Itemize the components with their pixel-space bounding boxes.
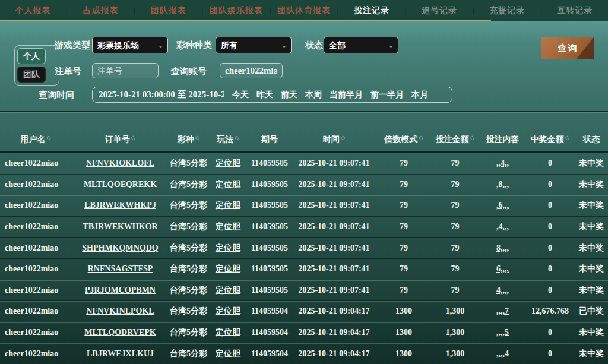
play-link[interactable]: 定位胆 xyxy=(216,243,240,252)
nav-tab-9[interactable]: 互转记录 xyxy=(542,5,608,16)
content-link[interactable]: ,8,,, xyxy=(496,180,509,189)
nav-tab-6[interactable]: 投注记录 xyxy=(339,5,405,16)
play-link[interactable]: 定位胆 xyxy=(216,159,240,167)
query-account-input[interactable] xyxy=(220,63,283,78)
quick-range-links: 今天昨天前天本周当前半月前一半月本月 xyxy=(232,90,428,100)
quick-range-link[interactable]: 当前半月 xyxy=(330,90,363,100)
cell-lottery: 台湾5分彩 xyxy=(169,285,208,296)
cell-win: 0 xyxy=(525,180,575,189)
quick-range-link[interactable]: 本周 xyxy=(305,90,322,100)
content-link[interactable]: ,,,,5 xyxy=(496,328,509,337)
cell-content: 6,,,, xyxy=(480,264,525,274)
play-link[interactable]: 定位胆 xyxy=(216,286,240,295)
column-label: 中奖金额 xyxy=(531,134,564,144)
content-link[interactable]: 6,,,, xyxy=(496,264,509,273)
quick-range-link[interactable]: 本月 xyxy=(411,90,428,100)
cell-lottery: 台湾5分彩 xyxy=(169,327,208,338)
play-link[interactable]: 定位胆 xyxy=(216,180,240,189)
nav-tab-4[interactable]: 团队娱乐报表 xyxy=(203,5,269,16)
order-link[interactable]: MLTLQODRVEPK xyxy=(84,328,156,337)
cell-multiple: 1300 xyxy=(377,306,430,316)
order-link[interactable]: RNFNSAGSTFSP xyxy=(88,264,153,273)
table-row: cheer1022miaoSHPHMKQMNQDQ台湾5分彩定位胆1140595… xyxy=(0,237,608,258)
column-header-multiple[interactable]: 倍数模式◇ xyxy=(377,134,430,145)
column-header-time[interactable]: 时间◇ xyxy=(291,134,377,145)
content-link[interactable]: ,,,,7 xyxy=(496,306,509,315)
play-link[interactable]: 定位胆 xyxy=(216,201,240,210)
play-link[interactable]: 定位胆 xyxy=(216,328,240,337)
order-link[interactable]: PJRJOMCOPBMN xyxy=(85,286,156,295)
nav-tab-2[interactable]: 占成报表 xyxy=(68,5,134,16)
column-header-win[interactable]: 中奖金额◇ xyxy=(525,134,575,145)
order-no-label: 注单号 xyxy=(55,66,81,77)
content-link[interactable]: ,,4,, xyxy=(496,159,509,167)
lottery-category-select[interactable]: 所有 xyxy=(216,37,292,53)
cell-multiple: 79 xyxy=(377,264,430,274)
table-row: cheer1022miaoMLTLQOEQREKK台湾5分彩定位胆1140595… xyxy=(0,174,608,195)
cell-multiple: 79 xyxy=(377,159,430,168)
order-link[interactable]: LBJRWEJXLKUJ xyxy=(87,349,154,358)
cell-order: SHPHMKQMNQDQ xyxy=(71,243,169,253)
play-link[interactable]: 定位胆 xyxy=(216,349,240,358)
nav-tab-7[interactable]: 追号记录 xyxy=(407,5,473,16)
nav-tab-5[interactable]: 团队体育报表 xyxy=(271,5,337,16)
quick-range-link[interactable]: 今天 xyxy=(232,90,249,100)
game-type-select[interactable]: 彩票娱乐场 xyxy=(92,37,168,53)
cell-time: 2025-10-21 09:07:41 xyxy=(291,159,377,168)
column-header-amount[interactable]: 投注金额◇ xyxy=(430,134,480,145)
cell-status: 未中奖 xyxy=(575,264,608,274)
order-link[interactable]: SHPHMKQMNQDQ xyxy=(82,243,158,252)
order-link[interactable]: NFNVKIOKLOFL xyxy=(86,159,154,167)
scope-team-button[interactable]: 团队 xyxy=(17,67,46,83)
cell-win: 0 xyxy=(525,349,575,359)
game-type-select-wrap: 彩票娱乐场 ⌄ xyxy=(92,37,168,53)
order-link[interactable]: LBJRWEKWHKPJ xyxy=(84,201,156,210)
cell-lottery: 台湾5分彩 xyxy=(169,221,208,232)
order-link[interactable]: MLTLQOEQREKK xyxy=(84,180,157,189)
content-link[interactable]: 8,,,, xyxy=(496,243,509,252)
time-range-box: 2025-10-21 03:00:00 至 2025-10-22 03:00:0… xyxy=(92,87,452,103)
sort-icon: ◇ xyxy=(131,134,136,141)
content-link[interactable]: 4,,,, xyxy=(496,286,509,295)
column-header-order[interactable]: 订单号◇ xyxy=(71,134,169,145)
cell-status: 未中奖 xyxy=(575,285,608,296)
cell-lottery: 台湾5分彩 xyxy=(169,349,208,359)
order-link[interactable]: TBJRWEKWHKOR xyxy=(83,222,157,231)
nav-tab-3[interactable]: 团队报表 xyxy=(135,5,201,16)
content-link[interactable]: ,,,,4 xyxy=(496,349,509,358)
cell-order: NFNVKINLPOKL xyxy=(71,306,169,316)
cell-time: 2025-10-21 09:07:41 xyxy=(291,222,377,232)
quick-range-link[interactable]: 前一半月 xyxy=(370,90,404,100)
cell-lottery: 台湾5分彩 xyxy=(169,179,208,190)
nav-tab-8[interactable]: 充提记录 xyxy=(474,5,540,16)
order-link[interactable]: NFNVKINLPOKL xyxy=(86,306,154,315)
status-select[interactable]: 全部 xyxy=(324,37,398,53)
content-link[interactable]: ,4,,, xyxy=(496,222,509,231)
column-header-play[interactable]: 玩法◇ xyxy=(208,134,248,145)
query-button[interactable]: 查询 xyxy=(542,37,594,59)
cell-status: 已中奖 xyxy=(575,306,608,316)
quick-range-link[interactable]: 前天 xyxy=(281,90,297,100)
column-header-lottery[interactable]: 彩种◇ xyxy=(169,134,208,145)
cell-time: 2025-10-21 09:04:17 xyxy=(291,328,377,337)
cell-multiple: 79 xyxy=(377,222,430,232)
nav-tab-1[interactable]: 个人报表 xyxy=(0,5,66,16)
order-no-input[interactable] xyxy=(92,63,159,78)
scope-toggle-group: 个人 团队 xyxy=(14,45,59,86)
cell-content: ,,4,, xyxy=(480,159,525,168)
cell-time: 2025-10-21 09:07:41 xyxy=(291,264,377,274)
quick-range-link[interactable]: 昨天 xyxy=(256,90,273,100)
play-link[interactable]: 定位胆 xyxy=(216,264,240,273)
play-link[interactable]: 定位胆 xyxy=(216,306,240,315)
sort-icon: ◇ xyxy=(195,134,200,141)
column-label: 时间 xyxy=(323,134,340,144)
cell-amount: 79 xyxy=(430,159,480,168)
column-header-username[interactable]: 用户名◇ xyxy=(0,134,71,145)
column-label: 彩种 xyxy=(178,134,194,144)
content-link[interactable]: ,6,,, xyxy=(496,201,509,210)
betting-records-page: 个人报表|占成报表|团队报表|团队娱乐报表|团队体育报表|投注记录|追号记录|充… xyxy=(0,0,608,364)
scope-personal-button[interactable]: 个人 xyxy=(17,48,46,64)
play-link[interactable]: 定位胆 xyxy=(216,222,240,231)
table-body: cheer1022miaoNFNVKIOKLOFL台湾5分彩定位胆1140595… xyxy=(0,153,608,364)
time-range-value[interactable]: 2025-10-21 03:00:00 至 2025-10-22 03:00:0… xyxy=(99,89,224,100)
